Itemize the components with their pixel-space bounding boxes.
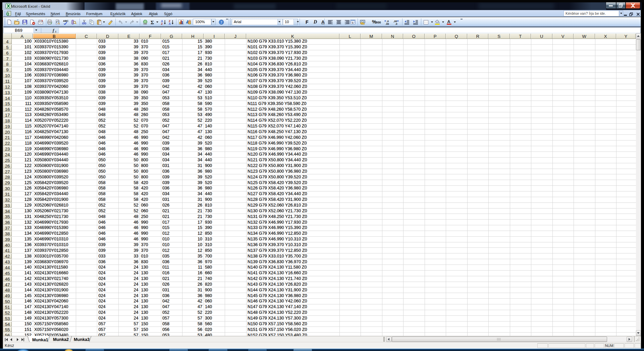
svg-text:000: 000	[376, 21, 381, 24]
svg-text:?: ?	[220, 20, 222, 24]
svg-text:ABC: ABC	[63, 19, 68, 22]
svg-text:a: a	[352, 21, 354, 24]
svg-text:,00: ,00	[385, 22, 389, 25]
svg-text:f: f	[53, 28, 55, 33]
svg-text:A: A	[447, 19, 450, 24]
svg-text:x: x	[55, 30, 57, 33]
svg-text:Z: Z	[161, 22, 163, 25]
svg-text:,0: ,0	[395, 22, 397, 25]
svg-text:A: A	[169, 22, 171, 25]
svg-text:Σ: Σ	[151, 19, 154, 25]
